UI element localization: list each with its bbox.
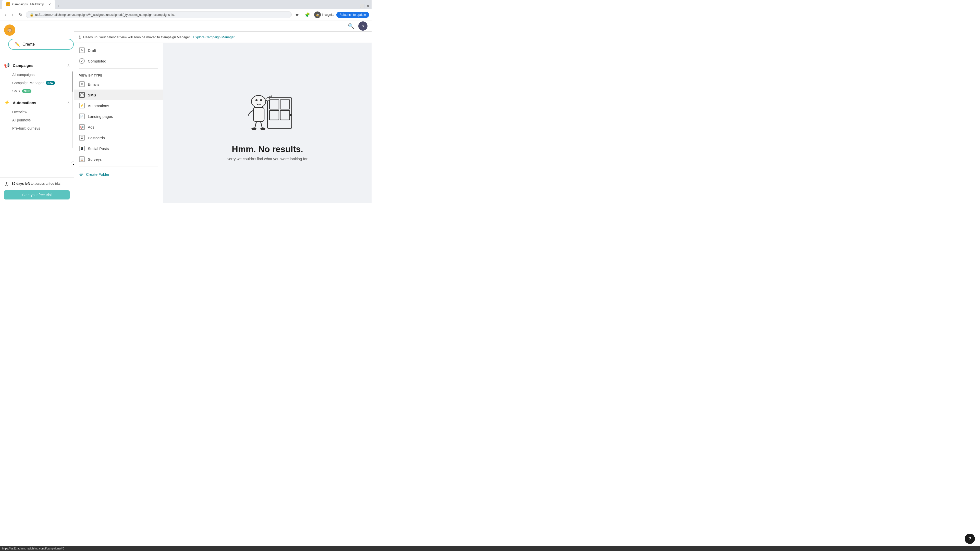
create-folder-icon: ⊕ bbox=[79, 171, 83, 177]
no-results-container: Hmm. No results. Sorry we couldn't find … bbox=[216, 75, 319, 171]
svg-text:🐵: 🐵 bbox=[7, 27, 13, 33]
automations-nav-item[interactable]: ⚡ Automations ∧ bbox=[0, 97, 74, 108]
svg-point-10 bbox=[260, 99, 262, 101]
sidebar-item-overview[interactable]: Overview bbox=[0, 108, 74, 116]
address-bar[interactable]: 🔒 us21.admin.mailchimp.com/campaigns/#f_… bbox=[26, 11, 292, 18]
relaunch-button[interactable]: Relaunch to update bbox=[336, 12, 369, 18]
forward-button[interactable]: › bbox=[10, 11, 15, 18]
campaigns-label: Campaigns bbox=[13, 63, 33, 68]
content-panels: ✎ Draft ✓ Completed View by Type ✉ Email… bbox=[74, 43, 372, 203]
filter-bottom-divider bbox=[79, 167, 158, 167]
tab-title: Campaigns | Mailchimp bbox=[12, 3, 44, 6]
sidebar-scrollbar-track bbox=[72, 71, 73, 148]
top-bar: 🔍 S bbox=[74, 21, 372, 32]
extensions-btn[interactable]: 🧩 bbox=[303, 11, 312, 18]
filter-item-completed[interactable]: ✓ Completed bbox=[74, 56, 163, 66]
filter-section-title: View by Type bbox=[74, 71, 163, 79]
ads-icon: 📢 bbox=[79, 124, 85, 130]
postcards-icon: 🖼 bbox=[79, 135, 85, 141]
close-btn[interactable]: ✕ bbox=[366, 4, 369, 8]
filter-item-sms[interactable]: 💬 SMS bbox=[74, 89, 163, 100]
incognito-icon: 🕵 bbox=[314, 11, 321, 18]
tab-close-btn[interactable]: ✕ bbox=[48, 3, 51, 6]
reload-button[interactable]: ↻ bbox=[17, 11, 24, 18]
svg-rect-2 bbox=[267, 98, 292, 128]
start-trial-button[interactable]: Start your free trial bbox=[4, 190, 70, 200]
draft-icon: ✎ bbox=[79, 48, 85, 53]
campaigns-icon: 📢 bbox=[4, 62, 10, 68]
filter-item-social-posts[interactable]: 📱 Social Posts bbox=[74, 143, 163, 154]
create-folder-button[interactable]: ⊕ Create Folder bbox=[74, 169, 163, 179]
svg-rect-4 bbox=[280, 100, 290, 109]
sms-filter-icon: 💬 bbox=[79, 92, 85, 98]
automations-section: ⚡ Automations ∧ Overview All journeys Pr… bbox=[0, 96, 74, 133]
landing-pages-icon: 📄 bbox=[79, 114, 85, 119]
search-icon[interactable]: 🔍 bbox=[348, 23, 354, 29]
svg-point-8 bbox=[251, 95, 266, 108]
logo-area: 🐵 bbox=[0, 21, 74, 38]
campaigns-section: 📢 Campaigns ∧ All campaigns Campaign Man… bbox=[0, 59, 74, 96]
svg-line-15 bbox=[255, 121, 256, 128]
trial-days: 89 days left bbox=[12, 182, 30, 186]
filter-item-surveys[interactable]: 📋 Surveys bbox=[74, 154, 163, 165]
bookmark-btn[interactable]: ★ bbox=[293, 11, 301, 18]
emails-icon: ✉ bbox=[79, 81, 85, 87]
maximize-btn[interactable]: ⬜ bbox=[360, 4, 364, 8]
social-posts-icon: 📱 bbox=[79, 146, 85, 151]
completed-icon: ✓ bbox=[79, 58, 85, 64]
filter-item-postcards[interactable]: 🖼 Postcards bbox=[74, 132, 163, 143]
notice-text: Heads up! Your calendar view will soon b… bbox=[83, 35, 191, 39]
create-button[interactable]: ✏️ Create bbox=[8, 39, 74, 50]
sidebar-scrollbar-thumb[interactable] bbox=[72, 71, 73, 92]
filter-item-emails[interactable]: ✉ Emails bbox=[74, 79, 163, 89]
notice-banner: ℹ Heads up! Your calendar view will soon… bbox=[74, 32, 372, 43]
sidebar-item-all-journeys[interactable]: All journeys bbox=[0, 116, 74, 124]
filter-item-landing-pages[interactable]: 📄 Landing pages bbox=[74, 111, 163, 122]
user-avatar[interactable]: S bbox=[358, 21, 368, 30]
sidebar-item-prebuilt-journeys[interactable]: Pre-built journeys bbox=[0, 124, 74, 132]
pencil-icon: ✏️ bbox=[15, 42, 20, 47]
collapse-sidebar-button[interactable]: ◀ bbox=[71, 161, 74, 167]
filter-item-draft[interactable]: ✎ Draft bbox=[74, 45, 163, 56]
surveys-icon: 📋 bbox=[79, 156, 85, 162]
campaigns-nav-item[interactable]: 📢 Campaigns ∧ bbox=[0, 60, 74, 71]
url-text: us21.admin.mailchimp.com/campaigns/#f_as… bbox=[35, 13, 175, 17]
trial-clock-icon: ⏱ bbox=[4, 181, 9, 187]
sidebar-item-campaign-manager[interactable]: Campaign Manager New bbox=[0, 79, 74, 87]
filter-item-automations[interactable]: ⚡ Automations bbox=[74, 100, 163, 111]
no-results-illustration bbox=[227, 85, 309, 137]
automations-chevron-icon: ∧ bbox=[67, 100, 70, 105]
results-panel: Hmm. No results. Sorry we couldn't find … bbox=[163, 43, 372, 203]
svg-rect-6 bbox=[280, 110, 290, 120]
sidebar-item-sms[interactable]: SMS New bbox=[0, 87, 74, 95]
svg-point-17 bbox=[251, 127, 256, 130]
svg-point-9 bbox=[256, 99, 258, 101]
notice-link[interactable]: Explore Campaign Manager bbox=[193, 35, 234, 39]
incognito-indicator: 🕵 Incognito bbox=[314, 11, 334, 18]
notice-icon: ℹ bbox=[79, 35, 81, 40]
minimize-btn[interactable]: ─ bbox=[355, 4, 358, 8]
svg-point-7 bbox=[290, 114, 292, 116]
sms-label: SMS bbox=[12, 89, 20, 93]
svg-rect-5 bbox=[269, 110, 279, 120]
tab-favicon: 🐵 bbox=[6, 2, 10, 6]
campaign-manager-label: Campaign Manager bbox=[12, 81, 44, 85]
svg-point-18 bbox=[260, 127, 266, 130]
svg-line-13 bbox=[271, 96, 272, 97]
no-results-subtext: Sorry we couldn't find what you were loo… bbox=[227, 157, 309, 161]
sidebar-item-all-campaigns[interactable]: All campaigns bbox=[0, 71, 74, 79]
svg-rect-14 bbox=[253, 107, 264, 121]
new-tab-button[interactable]: + bbox=[55, 4, 62, 8]
svg-line-16 bbox=[261, 121, 262, 128]
filter-item-ads[interactable]: 📢 Ads bbox=[74, 122, 163, 132]
campaign-manager-badge: New bbox=[46, 81, 55, 85]
browser-tab-active[interactable]: 🐵 Campaigns | Mailchimp ✕ bbox=[2, 0, 55, 9]
no-results-heading: Hmm. No results. bbox=[227, 144, 309, 154]
sidebar-footer: ⏱ 89 days left to access a free trial. S… bbox=[0, 177, 74, 203]
back-button[interactable]: ‹ bbox=[3, 11, 8, 18]
no-results-svg bbox=[239, 85, 296, 136]
automations-label: Automations bbox=[13, 100, 36, 105]
sms-badge: New bbox=[22, 89, 32, 93]
svg-rect-3 bbox=[269, 100, 279, 109]
create-label: Create bbox=[22, 42, 35, 47]
